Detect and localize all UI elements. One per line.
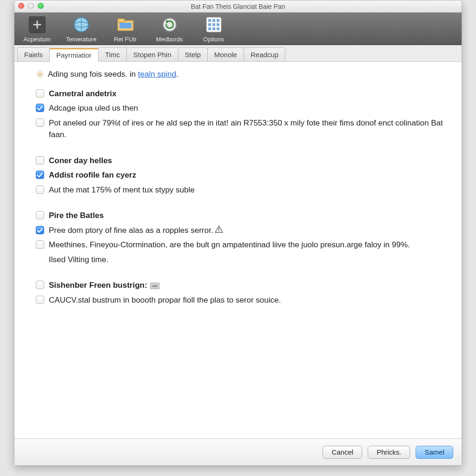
group-title: Carnetral andetrix (49, 88, 452, 100)
tab-payrmiatior[interactable]: Payrmiatior (49, 48, 99, 62)
option-label: Pree dom ptory of fine alas as a ropples… (49, 225, 452, 237)
dash-icon (150, 283, 159, 289)
svg-rect-6 (118, 19, 125, 22)
svg-rect-16 (217, 23, 219, 26)
svg-line-26 (41, 76, 42, 77)
option-label: Aut the mat 175% of ment tux stypy suble (49, 184, 452, 196)
svg-line-28 (41, 72, 42, 73)
checkbox[interactable] (36, 171, 44, 179)
gear-icon (36, 70, 44, 79)
tab-label: Monole (214, 51, 237, 59)
checkbox[interactable] (36, 104, 44, 112)
tab-label: Stelp (185, 51, 201, 59)
tab-label: Stopen Phin (133, 51, 172, 59)
option-row: Aut the mat 175% of ment tux stypy suble (36, 184, 452, 196)
checkbox[interactable] (36, 89, 44, 98)
window-titlebar[interactable]: Bat Fan Theis Glanciat Baie Pan (14, 0, 462, 13)
phricks-button[interactable]: Phricks. (368, 446, 410, 459)
tab-stelp[interactable]: Stelp (178, 47, 208, 61)
warning-icon (215, 225, 223, 237)
svg-line-25 (38, 72, 39, 73)
tab-monole[interactable]: Monole (207, 47, 244, 61)
plus-icon (28, 15, 46, 34)
close-window-button[interactable] (18, 3, 24, 9)
window-controls (18, 3, 44, 9)
group-header: Sishenber Freen bustrign: (36, 279, 452, 291)
checkbox[interactable] (36, 211, 44, 219)
tab-label: Readcup (251, 51, 278, 59)
checkbox[interactable] (36, 240, 44, 249)
toolbar-label: Acpestum (24, 36, 51, 43)
tab-content: Ading sung fois seeds. in tealn spind. C… (24, 66, 452, 435)
svg-rect-12 (212, 19, 215, 22)
svg-point-31 (218, 231, 219, 231)
option-text: Ilsed Vilting time. (49, 254, 452, 266)
option-row: Pot aneled our 79%t of ires or he ald se… (36, 117, 452, 141)
info-prefix: Ading sung fois seeds. in (48, 70, 138, 79)
zoom-window-button[interactable] (38, 3, 44, 9)
tab-strip: FaielsPayrmiatiorTimcStopen PhinStelpMon… (14, 45, 462, 62)
info-row: Ading sung fois seeds. in tealn spind. (36, 68, 452, 80)
tab-faiels[interactable]: Faiels (17, 47, 50, 61)
toolbar-label: Temerature (66, 36, 97, 43)
info-text: Ading sung fois seeds. in tealn spind. (48, 68, 178, 80)
svg-rect-17 (208, 27, 211, 30)
checkbox[interactable] (36, 119, 44, 127)
option-label: CAUCV.stal bustrum in boooth propar fiol… (49, 294, 452, 306)
option-row: Addist roofile fan cyerz (36, 169, 452, 181)
svg-rect-18 (212, 27, 215, 30)
minimize-window-button[interactable] (28, 3, 34, 9)
option-row: CAUCV.stal bustrum in boooth propar fiol… (36, 294, 452, 306)
dialog-footer: Cancel Phricks. Samel (14, 438, 462, 465)
option-label: Meethines, Fineyou-Ctormination, are the… (49, 239, 452, 251)
svg-rect-7 (119, 23, 132, 28)
cancel-button[interactable]: Cancel (323, 446, 362, 459)
samel-button[interactable]: Samel (416, 446, 453, 459)
checkbox[interactable] (36, 281, 44, 289)
tab-label: Faiels (24, 51, 43, 59)
window-title: Bat Fan Theis Glanciat Baie Pan (191, 3, 285, 10)
checkbox[interactable] (36, 226, 44, 234)
tab-stopen-phin[interactable]: Stopen Phin (126, 47, 178, 61)
globe-icon (72, 15, 91, 34)
svg-rect-14 (208, 23, 211, 26)
tab-label: Timc (105, 51, 120, 59)
toolbar-options[interactable]: Options (194, 15, 233, 43)
svg-rect-15 (212, 23, 215, 26)
group-title: Sishenber Freen bustrign: (49, 279, 452, 291)
option-row: Ilsed Vilting time. (36, 254, 452, 266)
info-suffix: . (176, 70, 178, 79)
option-label: Addist roofile fan cyerz (49, 169, 452, 181)
toolbar-acpestum[interactable]: Acpestum (17, 15, 57, 43)
option-row: Pree dom ptory of fine alas as a ropples… (36, 225, 452, 237)
toolbar-label: Options (203, 36, 224, 43)
toolbar-ret-futr[interactable]: Ret FUtr (106, 15, 145, 43)
svg-rect-13 (217, 19, 219, 22)
folder-icon (116, 15, 135, 34)
tab-label: Payrmiatior (56, 51, 92, 59)
svg-point-20 (39, 73, 41, 75)
grid-icon (205, 15, 223, 34)
toolbar: AcpestumTemeratureRet FUtrMedbordsOption… (14, 13, 462, 45)
tab-readcup[interactable]: Readcup (244, 47, 285, 61)
toolbar-medbords[interactable]: Medbords (150, 15, 189, 43)
tab-timc[interactable]: Timc (98, 47, 127, 61)
svg-rect-11 (208, 19, 211, 22)
toolbar-label: Medbords (156, 36, 183, 43)
group-header: Carnetral andetrix (36, 88, 452, 100)
group-title: Coner day helles (49, 155, 452, 167)
refresh-icon (160, 15, 179, 34)
checkbox[interactable] (36, 296, 44, 304)
svg-line-27 (38, 76, 39, 77)
svg-rect-19 (217, 27, 219, 30)
group-header: Coner day helles (36, 155, 452, 167)
checkbox[interactable] (36, 156, 44, 165)
toolbar-temerature[interactable]: Temerature (61, 15, 101, 43)
group-header: Pire the Batles (36, 210, 452, 222)
option-label: Adcage ipua uled us then (49, 102, 452, 114)
svg-point-8 (163, 18, 176, 32)
option-label: Pot aneled our 79%t of ires or he ald se… (49, 117, 452, 141)
toolbar-label: Ret FUtr (114, 36, 137, 43)
info-link[interactable]: tealn spind (138, 70, 176, 79)
checkbox[interactable] (36, 185, 44, 194)
